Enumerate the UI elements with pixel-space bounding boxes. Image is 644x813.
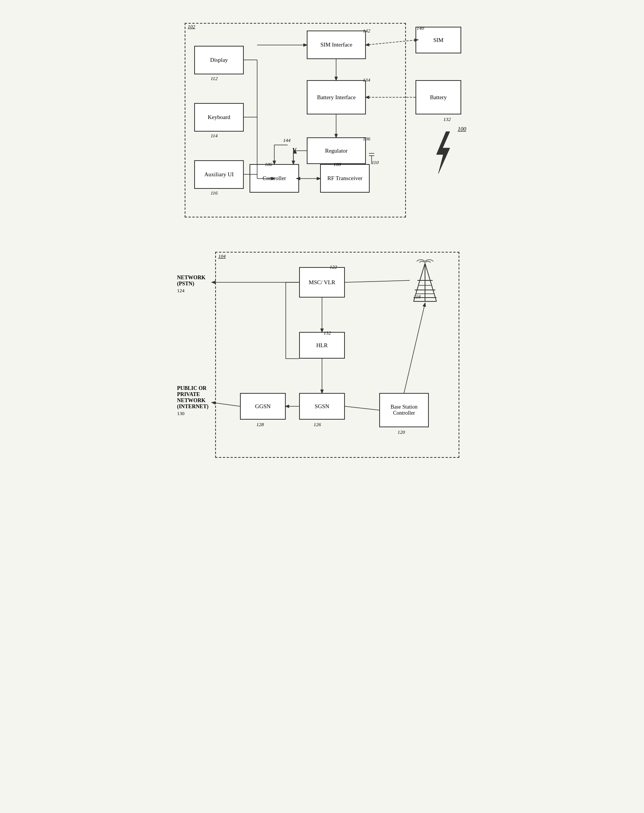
ref-136: 136 (363, 136, 370, 142)
ref-132-bottom: 132 (324, 330, 331, 336)
ref-114: 114 (211, 133, 218, 139)
network-pstn-line2: (PSTN) (177, 281, 211, 287)
ref-124: 124 (177, 288, 211, 294)
v-label: V (292, 147, 296, 154)
regulator-box: Regulator (307, 137, 366, 164)
ref-100: 100 (458, 126, 467, 132)
ref-132-top: 132 (443, 116, 451, 122)
ref-120: 120 (398, 429, 405, 435)
ggsn-label: GGSN (255, 403, 271, 410)
sim-interface-label: SIM Interface (320, 42, 353, 48)
network-internet-line4: (INTERNET) (177, 404, 211, 410)
ref-108: 108 (333, 161, 341, 167)
ref-140: 140 (417, 25, 424, 31)
top-diagram: 102 100 SIM 140 Battery 132 Display 112 … (177, 15, 467, 229)
ref-122: 122 (330, 264, 337, 270)
lightning-bolt-icon (429, 130, 456, 175)
aux-ui-box: Auxiliary UI (194, 160, 244, 189)
diagram-container: 102 100 SIM 140 Battery 132 Display 112 … (177, 15, 467, 465)
network-internet-line3: NETWORK (177, 398, 211, 404)
ref-126: 126 (314, 422, 321, 428)
ref-144: 144 (283, 137, 291, 143)
network-internet-label: PUBLIC OR PRIVATE NETWORK (INTERNET) 130 (177, 385, 211, 417)
rf-transceiver-label: RF Transceiver (327, 175, 362, 182)
keyboard-box: Keyboard (194, 103, 244, 132)
regulator-label: Regulator (325, 148, 348, 154)
rf-transceiver-box: RF Transceiver (320, 164, 370, 193)
sim-interface-box: SIM Interface (307, 31, 366, 59)
bsc-box: Base Station Controller (379, 393, 429, 427)
ref-104: 104 (218, 253, 226, 259)
ref-106: 106 (265, 161, 272, 167)
cell-tower-icon (406, 259, 444, 305)
ref-116: 116 (211, 190, 218, 196)
sim-label: SIM (433, 37, 444, 43)
display-box: Display (194, 46, 244, 74)
hlr-label: HLR (316, 342, 328, 349)
battery-interface-box: Battery Interface (307, 80, 366, 114)
network-pstn-label: NETWORK (PSTN) 124 (177, 275, 211, 294)
bottom-diagram: 104 NETWORK (PSTN) 124 PUBLIC OR PRIVATE… (177, 244, 467, 465)
ref-130: 130 (177, 411, 211, 417)
network-internet-line2: PRIVATE (177, 391, 211, 398)
network-pstn-line1: NETWORK (177, 275, 211, 281)
controller-box: Controller (250, 164, 299, 193)
svg-line-18 (425, 263, 436, 301)
msc-vlr-box: MSC/ VLR (299, 267, 345, 298)
battery-box: Battery (415, 80, 461, 114)
msc-vlr-label: MSC/ VLR (309, 279, 335, 286)
keyboard-label: Keyboard (208, 114, 230, 121)
sgsn-box: SGSN (299, 393, 345, 420)
display-label: Display (210, 57, 228, 63)
bsc-label: Base Station Controller (380, 404, 428, 416)
ggsn-box: GGSN (240, 393, 286, 420)
sgsn-label: SGSN (315, 403, 329, 410)
ref-112: 112 (211, 76, 218, 82)
ref-142: 142 (363, 28, 370, 34)
controller-label: Controller (262, 175, 286, 182)
ref-102: 102 (188, 24, 195, 30)
hlr-box: HLR (299, 332, 345, 359)
ref-128: 128 (256, 422, 264, 428)
battery-label: Battery (430, 94, 447, 101)
network-internet-line1: PUBLIC OR (177, 385, 211, 391)
ref-110: 110 (372, 159, 379, 166)
svg-marker-15 (436, 132, 450, 174)
battery-interface-label: Battery Interface (317, 94, 356, 101)
ref-134: 134 (363, 77, 370, 83)
svg-line-17 (414, 263, 425, 301)
aux-ui-label: Auxiliary UI (204, 171, 233, 178)
